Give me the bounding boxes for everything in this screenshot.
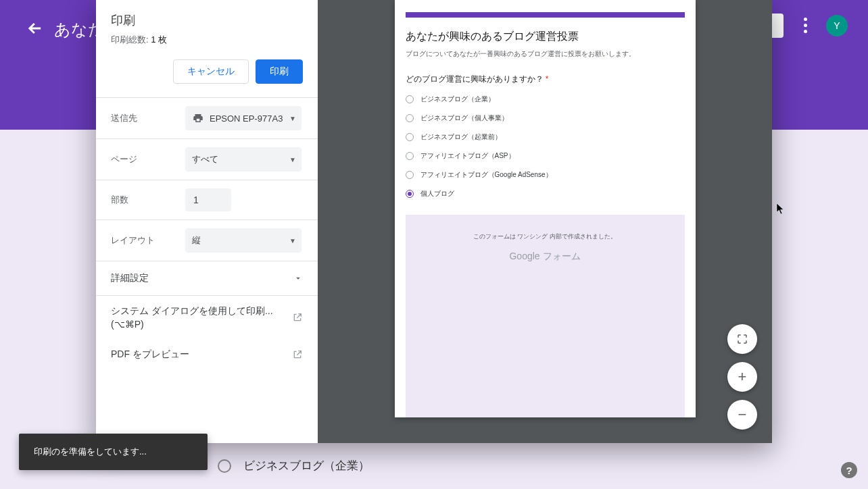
background-option-row: ビジネスブログ（企業） — [218, 458, 370, 473]
print-title: 印刷 — [111, 12, 303, 28]
radio-icon — [406, 190, 414, 198]
layout-select[interactable]: 縦 ▼ — [185, 228, 302, 253]
system-dialog-link[interactable]: システム ダイアログを使用して印刷... (⌥⌘P) — [96, 295, 318, 339]
form-option-label: ビジネスブログ（起業前） — [420, 132, 502, 142]
printer-icon — [192, 112, 204, 124]
cancel-button[interactable]: キャンセル — [173, 59, 249, 84]
print-dialog: 印刷 印刷総数: 1 枚 キャンセル 印刷 送信先 EPSON EP-977A3… — [96, 0, 772, 443]
form-description: ブログについてあなたが一番興味のあるブログ運営に投票をお願いします。 — [406, 49, 685, 59]
form-option-label: アフィリエイトブログ（ASP） — [420, 151, 515, 161]
form-option[interactable]: ビジネスブログ（個人事業） — [406, 113, 685, 123]
radio-icon — [406, 95, 414, 103]
form-title: あなたが興味のあるブログ運営投票 — [406, 30, 685, 44]
preview-page: あなたが興味のあるブログ運営投票 ブログについてあなたが一番興味のあるブログ運営… — [395, 0, 696, 417]
chevron-down-icon: ▼ — [289, 156, 296, 163]
avatar[interactable]: Y — [826, 15, 848, 36]
zoom-in-button[interactable]: + — [727, 362, 757, 392]
fullscreen-icon — [736, 333, 748, 345]
form-option[interactable]: ビジネスブログ（起業前） — [406, 132, 685, 142]
external-link-icon — [292, 312, 303, 323]
advanced-toggle[interactable]: 詳細設定 — [96, 261, 318, 295]
radio-icon — [406, 133, 414, 141]
radio-icon — [406, 152, 414, 160]
destination-select[interactable]: EPSON EP-977A3 ▼ — [185, 106, 302, 130]
radio-icon[interactable] — [218, 459, 231, 473]
destination-label: 送信先 — [111, 112, 185, 124]
print-preview: あなたが興味のあるブログ運営投票 ブログについてあなたが一番興味のあるブログ運営… — [318, 0, 772, 443]
print-settings-panel: 印刷 印刷総数: 1 枚 キャンセル 印刷 送信先 EPSON EP-977A3… — [96, 0, 318, 443]
form-option-label: ビジネスブログ（個人事業） — [420, 113, 508, 123]
status-toast: 印刷のを準備をしています... — [19, 434, 208, 470]
zoom-controls: + − — [727, 324, 757, 430]
print-total: 印刷総数: 1 枚 — [111, 34, 303, 46]
form-footer-note: このフォームは ワンシング 内部で作成されました。 — [473, 232, 617, 241]
chevron-down-icon: ▼ — [289, 115, 296, 122]
form-option[interactable]: アフィリエイトブログ（ASP） — [406, 151, 685, 161]
form-option-label: アフィリエイトブログ（Google AdSense） — [420, 170, 552, 180]
form-footer: このフォームは ワンシング 内部で作成されました。 Google フォーム — [406, 215, 685, 417]
radio-icon — [406, 171, 414, 179]
print-button[interactable]: 印刷 — [256, 59, 303, 84]
back-icon[interactable] — [26, 19, 45, 38]
form-footer-brand: Google フォーム — [509, 251, 580, 263]
form-option-label: 個人ブログ — [420, 189, 454, 199]
mouse-cursor — [776, 203, 786, 217]
form-option[interactable]: アフィリエイトブログ（Google AdSense） — [406, 170, 685, 180]
external-link-icon — [292, 349, 303, 360]
layout-label: レイアウト — [111, 234, 185, 247]
form-accent-bar — [406, 12, 685, 18]
background-option-label: ビジネスブログ（企業） — [243, 458, 370, 473]
form-option[interactable]: ビジネスブログ（企業） — [406, 95, 685, 104]
chevron-down-icon: ▼ — [289, 237, 296, 244]
pages-select[interactable]: すべて ▼ — [185, 147, 302, 172]
form-option-label: ビジネスブログ（企業） — [420, 95, 495, 104]
zoom-out-button[interactable]: − — [727, 400, 757, 430]
question-label: どのブログ運営に興味がありますか？ * — [406, 74, 685, 85]
help-icon[interactable]: ? — [841, 462, 857, 478]
more-menu-icon[interactable] — [795, 18, 815, 33]
fit-page-button[interactable] — [727, 324, 757, 354]
chevron-down-icon — [293, 274, 303, 283]
copies-label: 部数 — [111, 194, 185, 206]
pdf-preview-link[interactable]: PDF をプレビュー — [96, 339, 318, 370]
form-option[interactable]: 個人ブログ — [406, 189, 685, 199]
radio-icon — [406, 114, 414, 122]
pages-label: ページ — [111, 153, 185, 165]
copies-input[interactable]: 1 — [185, 188, 231, 211]
